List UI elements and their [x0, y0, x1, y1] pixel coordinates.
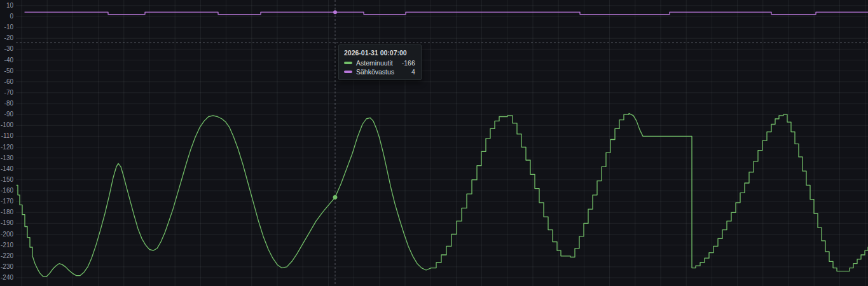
- y-axis-tick-label: -70: [0, 90, 13, 96]
- tooltip-series-label: Asteminuutit: [356, 59, 393, 67]
- tooltip-series-label: Sähkövastus: [356, 68, 394, 76]
- asteminuutit-series-line: [17, 113, 868, 276]
- y-axis-tick-label: -170: [0, 198, 13, 205]
- grafana-time-series-panel: 100-10-20-30-40-50-60-70-80-90-100-110-1…: [0, 0, 868, 286]
- y-axis-tick-label: -60: [0, 79, 13, 85]
- y-axis-tick-label: -50: [0, 68, 13, 74]
- y-axis-tick-label: -200: [0, 231, 13, 238]
- y-axis-tick-label: -180: [0, 209, 13, 215]
- y-axis-tick-label: -230: [0, 264, 13, 270]
- y-axis-tick-label: -140: [0, 166, 13, 172]
- y-axis-tick-label: -130: [0, 155, 13, 161]
- y-axis-tick-label: -10: [0, 24, 13, 31]
- tooltip-timestamp: 2026-01-31 00:07:00: [344, 49, 415, 57]
- y-axis-tick-label: -90: [0, 111, 13, 118]
- y-axis-tick-label: -190: [0, 220, 13, 226]
- s-hk-vastus-series-line: [25, 12, 868, 15]
- y-axis-tick-label: -80: [0, 100, 13, 107]
- tooltip-row-asteminuutit: Asteminuutit -166: [344, 59, 415, 67]
- tooltip-row-sahkovastus: Sähkövastus 4: [344, 68, 415, 76]
- series-color-swatch-asteminuutit: [344, 62, 352, 64]
- tooltip-series-value: -166: [402, 59, 415, 67]
- y-axis-tick-label: -240: [0, 275, 13, 281]
- y-axis-tick-label: -160: [0, 187, 13, 194]
- y-axis-tick-label: -220: [0, 253, 13, 259]
- hovered-point-marker-asteminuutit: [333, 195, 338, 200]
- y-axis-tick-label: 0: [0, 13, 13, 20]
- y-axis-tick-label: -110: [0, 133, 13, 139]
- y-axis-tick-label: -120: [0, 144, 13, 151]
- hovered-point-marker-sahkovastus: [333, 10, 337, 14]
- plot-area[interactable]: [0, 0, 868, 286]
- y-axis-tick-label: -210: [0, 242, 13, 249]
- y-axis-tick-label: -100: [0, 122, 13, 128]
- tooltip-series-value: 4: [411, 68, 415, 76]
- y-axis-tick-label: 10: [0, 3, 13, 9]
- y-axis-tick-label: -150: [0, 177, 13, 183]
- y-axis-tick-label: -20: [0, 35, 13, 41]
- tooltip: 2026-01-31 00:07:00 Asteminuutit -166 Sä…: [338, 44, 422, 80]
- y-axis-tick-label: -40: [0, 57, 13, 64]
- y-axis-tick-label: -30: [0, 46, 13, 52]
- series-color-swatch-sahkovastus: [344, 71, 352, 73]
